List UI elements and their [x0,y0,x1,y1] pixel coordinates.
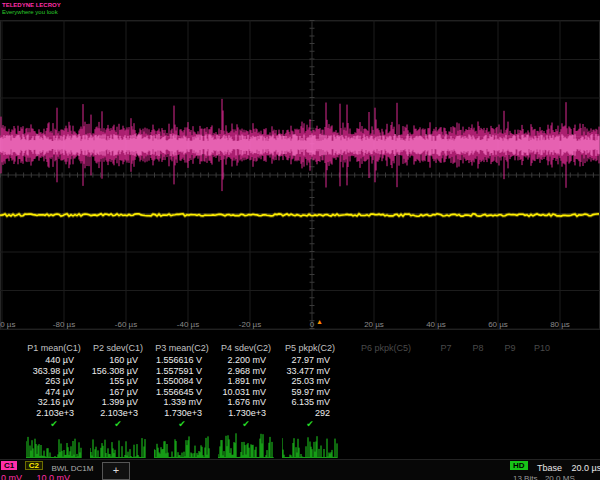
measure-value-r3-p7 [430,376,462,387]
measure-value-r6-p10 [526,408,558,419]
time-label: -20 µs [239,320,261,329]
measure-header-p4[interactable]: P4 sdev(C2) [214,342,278,355]
histicon-p4[interactable] [218,432,274,458]
time-label: 60 µs [488,320,508,329]
measure-value-r2-p2: 156.308 µV [86,366,150,377]
histicon-p5[interactable] [282,432,338,458]
timebase-box[interactable]: HD Tbase 20.0 µs/div 13 Bits 20.0 MS [510,461,600,480]
measure-header-p3[interactable]: P3 mean(C2) [150,342,214,355]
time-label: -100 µs [0,320,15,329]
histicon-p2[interactable] [90,432,146,458]
trigger-marker[interactable]: ▲ [316,318,323,325]
measure-value-r6-p9 [494,408,526,419]
measure-value-r4-p10 [526,387,558,398]
measure-value-r4-p7 [430,387,462,398]
measure-value-r4-p8 [462,387,494,398]
measure-value-r2-p4: 2.968 mV [214,366,278,377]
measure-header-p9[interactable]: P9 [494,342,526,355]
measure-value-r2-p9 [494,366,526,377]
sample-rate: 20.0 MS [545,474,575,480]
measure-status-p4: ✔ [214,418,278,430]
measure-header-p8[interactable]: P8 [462,342,494,355]
measure-value-r1-p1: 440 µV [22,355,86,366]
time-label: 0 [310,320,314,329]
measure-value-r3-p8 [462,376,494,387]
measure-value-r3-p5: 25.03 mV [278,376,342,387]
measure-header-p2[interactable]: P2 sdev(C1) [86,342,150,355]
measure-value-r3-p4: 1.891 mV [214,376,278,387]
measure-value-r6-p6 [342,408,430,419]
histicon-p1[interactable] [26,432,82,458]
measurement-table: P1 mean(C1)P2 sdev(C1)P3 mean(C2)P4 sdev… [0,342,600,430]
measure-value-r1-p5: 27.97 mV [278,355,342,366]
measure-status-p1: ✔ [22,418,86,430]
hd-badge: HD [510,461,528,470]
time-axis: -100 µs-80 µs-60 µs-40 µs-20 µs020 µs40 … [0,320,600,332]
channel-c1-tag[interactable]: C1 [1,461,17,470]
measure-header-p5[interactable]: P5 pkpk(C2) [278,342,342,355]
resolution-bits: 13 Bits [513,474,537,480]
measure-value-r5-p3: 1.339 mV [150,397,214,408]
measure-status-p3: ✔ [150,418,214,430]
measure-value-r6-p5: 292 [278,408,342,419]
measure-value-r3-p1: 263 µV [22,376,86,387]
measure-value-r3-p3: 1.550084 V [150,376,214,387]
measure-value-r1-p4: 2.200 mV [214,355,278,366]
measure-value-r4-p5: 59.97 mV [278,387,342,398]
time-label: -60 µs [115,320,137,329]
measure-status-p5: ✔ [278,418,342,430]
histicon-p3[interactable] [154,432,210,458]
brand-logo-line1: TELEDYNE LECROY [2,2,61,9]
tbase-scale: 20.0 µs/div [571,463,600,473]
measure-header-p1[interactable]: P1 mean(C1) [22,342,86,355]
measure-value-r2-p8 [462,366,494,377]
measure-value-r4-p2: 167 µV [86,387,150,398]
measure-value-r3-p6 [342,376,430,387]
bottom-bar: C1 C2 BWL DC1M 0 mV 10.0 mV + HD Tbase 2… [0,459,600,480]
measure-value-r5-p10 [526,397,558,408]
measure-value-r5-p4: 1.676 mV [214,397,278,408]
measure-value-r4-p3: 1.556645 V [150,387,214,398]
c1-offset: 0 mV [1,473,22,480]
measure-value-r2-p5: 33.477 mV [278,366,342,377]
measure-status-p7 [430,418,462,430]
measure-value-r6-p7 [430,408,462,419]
measure-value-r1-p3: 1.556616 V [150,355,214,366]
measure-value-r2-p10 [526,366,558,377]
measure-value-r1-p2: 160 µV [86,355,150,366]
measure-value-r3-p10 [526,376,558,387]
measure-value-r6-p8 [462,408,494,419]
measurement-histicons [0,430,600,458]
measure-value-r1-p7 [430,355,462,366]
time-label: -40 µs [177,320,199,329]
measure-status-p2: ✔ [86,418,150,430]
waveform-traces [0,20,600,330]
measure-value-r6-p3: 1.730e+3 [150,408,214,419]
measure-value-r2-p6 [342,366,430,377]
measure-value-r4-p4: 10.031 mV [214,387,278,398]
add-trace-button[interactable]: + [102,462,130,480]
measure-value-r6-p1: 2.103e+3 [22,408,86,419]
measure-value-r6-p4: 1.730e+3 [214,408,278,419]
time-label: 80 µs [550,320,570,329]
measure-value-r3-p2: 155 µV [86,376,150,387]
measure-value-r5-p6 [342,397,430,408]
time-label: -80 µs [53,320,75,329]
measure-value-r5-p1: 32.16 µV [22,397,86,408]
measure-header-p7[interactable]: P7 [430,342,462,355]
measure-status-p6 [342,418,430,430]
brand-logo-line2: Everywhere you look [2,9,61,16]
time-label: 40 µs [426,320,446,329]
measure-header-p10[interactable]: P10 [526,342,558,355]
measure-value-r5-p5: 6.135 mV [278,397,342,408]
measure-value-r6-p2: 2.103e+3 [86,408,150,419]
measure-status-p8 [462,418,494,430]
waveform-plot-area[interactable] [0,20,600,330]
brand-logo: TELEDYNE LECROY Everywhere you look [2,2,61,16]
time-label: 20 µs [364,320,384,329]
measure-header-p6[interactable]: P6 pkpk(C5) [342,342,430,355]
measure-value-r5-p8 [462,397,494,408]
measure-value-r1-p10 [526,355,558,366]
measure-value-r5-p9 [494,397,526,408]
measure-value-r5-p7 [430,397,462,408]
